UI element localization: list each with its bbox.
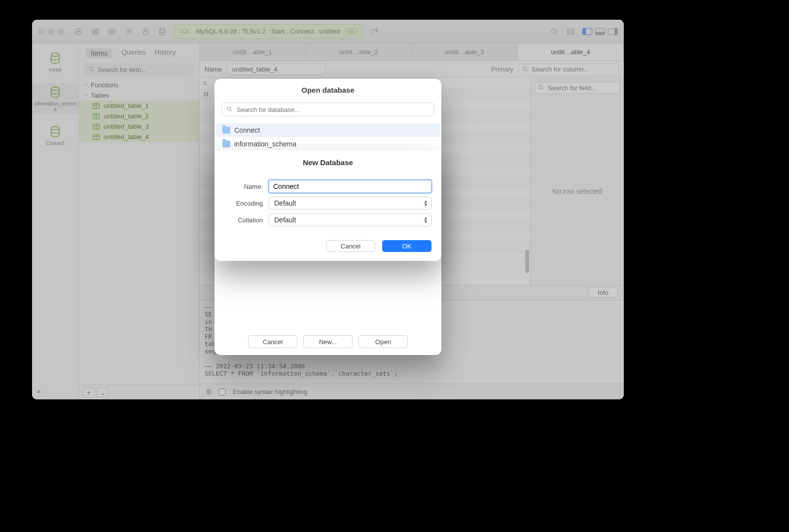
new-db-collation-select[interactable]: Default▴▾ (269, 213, 431, 226)
svg-point-19 (227, 107, 231, 110)
open-db-cancel-button[interactable]: Cancel (248, 335, 297, 348)
new-db-collation-label: Collation (224, 216, 263, 224)
open-db-item[interactable]: Connect (215, 123, 440, 137)
new-db-name-label: Name: (224, 183, 263, 190)
open-db-item[interactable]: information_schema (215, 137, 440, 151)
open-db-search-input[interactable] (221, 103, 434, 116)
new-db-encoding-label: Encoding (224, 200, 263, 207)
chevron-updown-icon: ▴▾ (425, 199, 427, 207)
search-icon (226, 106, 233, 114)
folder-icon (222, 127, 230, 134)
dialog-title: New Database (215, 150, 441, 174)
open-db-new-button[interactable]: New... (303, 335, 353, 348)
chevron-updown-icon: ▴▾ (425, 216, 427, 224)
new-db-name-input[interactable] (269, 180, 431, 193)
new-db-ok-button[interactable]: OK (382, 240, 431, 252)
new-db-cancel-button[interactable]: Cancel (326, 240, 375, 252)
open-db-search[interactable] (221, 103, 434, 116)
new-db-encoding-select[interactable]: Default▴▾ (269, 197, 431, 210)
open-db-open-button[interactable]: Open (359, 335, 408, 348)
folder-icon (222, 141, 230, 147)
new-database-dialog: New Database Name: Encoding Default▴▾ Co… (215, 150, 441, 261)
dialog-title: Open database (215, 79, 441, 101)
app-window: SQL MySQL 8.0.28 : TLSv1.2 : Start : Con… (32, 20, 624, 399)
